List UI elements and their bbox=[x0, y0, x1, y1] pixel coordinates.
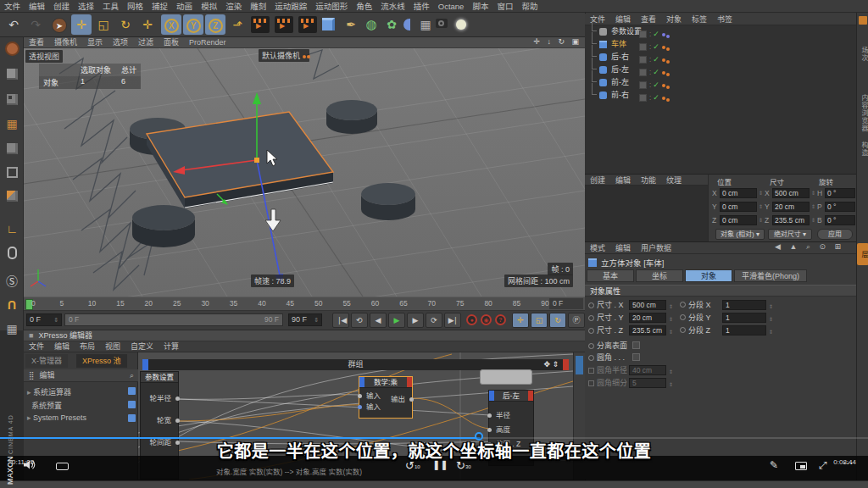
size-row-1[interactable]: 尺寸 . Y20 cm⇕分段 Y1⇕ bbox=[585, 313, 856, 324]
perspective-viewport[interactable]: 查看摄像机显示选项过滤面板ProRender ✛ ↓ ↻ ▣ bbox=[24, 37, 585, 297]
right-tab-场次[interactable]: 场次 bbox=[857, 47, 868, 62]
render-picture-viewer-icon[interactable] bbox=[275, 16, 293, 33]
texture-tag-icon[interactable] bbox=[639, 94, 647, 102]
apply-button[interactable]: 应用 bbox=[817, 229, 853, 240]
timeline-ruler[interactable]: 0 F 051015202530354045505560657075808590 bbox=[24, 297, 585, 311]
rewind-10-icon[interactable]: ↺10 bbox=[405, 459, 420, 472]
math-output-port[interactable]: 输出 bbox=[391, 394, 412, 405]
setup-port-轮宽[interactable]: 轮宽 bbox=[141, 415, 178, 426]
pause-icon[interactable]: ❚❚ bbox=[432, 459, 448, 470]
menu-item-6[interactable]: 捕捉 bbox=[147, 0, 172, 13]
menu-item-8[interactable]: 模拟 bbox=[197, 0, 221, 13]
om-menu-item-4[interactable]: 标签 bbox=[687, 15, 712, 24]
key-parameter-icon[interactable]: Ⓟ bbox=[568, 313, 585, 328]
enabled-check-icon[interactable]: ✓ bbox=[653, 30, 659, 38]
floor-icon[interactable]: ▦ bbox=[415, 14, 436, 35]
group-out-port[interactable] bbox=[563, 359, 569, 370]
menu-item-18[interactable]: 窗口 bbox=[492, 0, 517, 13]
xpresso-tag-icon[interactable] bbox=[662, 97, 665, 100]
viewport-menu-item-3[interactable]: 选项 bbox=[108, 38, 133, 47]
size-row-0[interactable]: 尺寸 . X500 cm⇕分段 X1⇕ bbox=[585, 300, 856, 311]
enabled-check-icon[interactable]: ✓ bbox=[653, 43, 659, 51]
xpresso-menu-item-4[interactable]: 自定义 bbox=[125, 342, 159, 351]
key-rotation-icon[interactable]: ↻ bbox=[549, 313, 566, 328]
menu-item-2[interactable]: 创建 bbox=[49, 0, 74, 13]
xpresso-menu-item-5[interactable]: 计算 bbox=[159, 342, 184, 351]
xpresso-menu-item-1[interactable]: 编辑 bbox=[49, 342, 75, 351]
menu-item-0[interactable]: 文件 bbox=[0, 0, 25, 13]
timeline-end-field[interactable]: 0 F bbox=[549, 298, 583, 309]
attribute-nav-icons[interactable]: ◀ ▲ ⌕ ⊙ ⊞ bbox=[775, 242, 844, 252]
enabled-check-icon[interactable]: ✓ bbox=[653, 69, 659, 76]
wheel-port-高度[interactable]: 高度 bbox=[489, 424, 533, 435]
y-axis-lock-icon[interactable]: Y bbox=[183, 14, 203, 35]
keyframe-selection-icon[interactable]: ? bbox=[495, 314, 506, 325]
coord-system-icon[interactable]: ⬏ bbox=[227, 14, 248, 35]
select-tool-icon[interactable]: ➤ bbox=[49, 14, 70, 35]
menu-item-14[interactable]: 流水线 bbox=[376, 0, 409, 13]
attr-tab-2[interactable]: 对象 bbox=[685, 269, 732, 282]
mat-menu-item-1[interactable]: 编辑 bbox=[610, 176, 636, 185]
view-label-button[interactable]: 透视视图 bbox=[25, 50, 63, 63]
size-row-2[interactable]: 尺寸 . Z235.5 cm⇕分段 Z1⇕ bbox=[585, 325, 856, 336]
points-mode-icon[interactable] bbox=[2, 139, 22, 159]
menu-item-11[interactable]: 运动跟踪 bbox=[270, 0, 311, 13]
viewport-menu-item-1[interactable]: 摄像机 bbox=[49, 38, 82, 47]
redo-icon[interactable]: ↷ bbox=[25, 14, 46, 35]
viewport-solo-icon[interactable] bbox=[2, 244, 22, 264]
attr-tab-0[interactable]: 基本 bbox=[587, 269, 634, 282]
material-manager-area[interactable] bbox=[585, 186, 708, 241]
enabled-check-icon[interactable]: ✓ bbox=[653, 94, 659, 102]
model-mode-icon[interactable] bbox=[2, 39, 22, 59]
om-menu-item-5[interactable]: 书签 bbox=[712, 15, 737, 24]
object-row-后-左[interactable]: 后-左⁚✓ bbox=[585, 64, 856, 76]
mat-menu-item-3[interactable]: 纹理 bbox=[661, 176, 687, 185]
texture-tag-icon[interactable] bbox=[639, 81, 647, 89]
subdivision-surface-icon[interactable]: ◍ bbox=[361, 14, 381, 35]
position-mode-dropdown[interactable]: 对象 (相对) ▾ bbox=[715, 229, 765, 240]
viewport-menu-item-2[interactable]: 显示 bbox=[82, 38, 108, 47]
tab-x-manager[interactable]: X-管理器 bbox=[25, 354, 68, 368]
prev-frame-button[interactable]: ◀ bbox=[370, 313, 387, 328]
polygons-mode-icon[interactable] bbox=[2, 186, 22, 207]
om-menu-item-3[interactable]: 对象 bbox=[661, 15, 687, 24]
xpresso-tag-icon[interactable] bbox=[662, 46, 665, 49]
loop-button[interactable]: ⟲ bbox=[351, 313, 368, 328]
dock-icon[interactable] bbox=[859, 16, 867, 25]
enabled-check-icon[interactable]: ✓ bbox=[653, 81, 659, 89]
texture-tag-icon[interactable] bbox=[639, 43, 647, 51]
viewport-nav-icons[interactable]: ✛ ↓ ↻ ▣ bbox=[533, 37, 581, 46]
autokey-icon[interactable]: ◉ bbox=[481, 314, 492, 325]
om-menu-item-0[interactable]: 文件 bbox=[585, 15, 610, 24]
subtitle-toggle-icon[interactable] bbox=[56, 463, 69, 470]
menu-item-5[interactable]: 网格 bbox=[123, 0, 147, 13]
cube-primitive-icon[interactable] bbox=[322, 18, 335, 30]
xpresso-tag-icon[interactable] bbox=[662, 84, 665, 87]
goto-end-button[interactable]: ▶❘ bbox=[444, 313, 461, 328]
xpresso-tag-icon[interactable] bbox=[662, 58, 665, 62]
menu-item-10[interactable]: 雕刻 bbox=[246, 0, 270, 13]
disabled-row-0[interactable]: 圆角半径40 cm⇕ bbox=[585, 365, 856, 376]
disabled-row-1[interactable]: 圆角细分5⇕ bbox=[585, 378, 856, 389]
x-axis-lock-icon[interactable]: X bbox=[161, 14, 181, 35]
light-icon[interactable] bbox=[451, 14, 471, 35]
camera-label[interactable]: 默认摄像机 bbox=[259, 49, 309, 62]
menu-item-12[interactable]: 运动图形 bbox=[311, 0, 352, 13]
fullscreen-icon[interactable]: ⤢ bbox=[819, 459, 827, 471]
attr-menu-item-0[interactable]: 模式 bbox=[585, 244, 610, 252]
pip-icon[interactable] bbox=[795, 462, 807, 470]
group-nav-icons[interactable]: ✥ ⇕ bbox=[543, 359, 559, 370]
viewport-menu-item-4[interactable]: 过滤 bbox=[133, 38, 159, 47]
object-row-参数设置[interactable]: 参数设置⁚✓ bbox=[585, 25, 856, 38]
frame-range-slider[interactable]: 0 F 90 F bbox=[64, 313, 283, 326]
edges-mode-icon[interactable] bbox=[2, 163, 22, 183]
render-view-icon[interactable] bbox=[251, 16, 270, 33]
last-tool-icon[interactable]: ✛ bbox=[137, 14, 158, 35]
menu-item-15[interactable]: 插件 bbox=[409, 0, 434, 13]
tab-layers[interactable]: 层 bbox=[857, 243, 868, 265]
keyframe-record-icon[interactable]: ● bbox=[466, 314, 477, 325]
snap-icon[interactable]: Ⓢ bbox=[2, 271, 22, 291]
magnet-snap-icon[interactable]: U bbox=[2, 295, 22, 315]
menu-item-7[interactable]: 动画 bbox=[172, 0, 197, 13]
mat-menu-item-0[interactable]: 创建 bbox=[585, 176, 610, 185]
